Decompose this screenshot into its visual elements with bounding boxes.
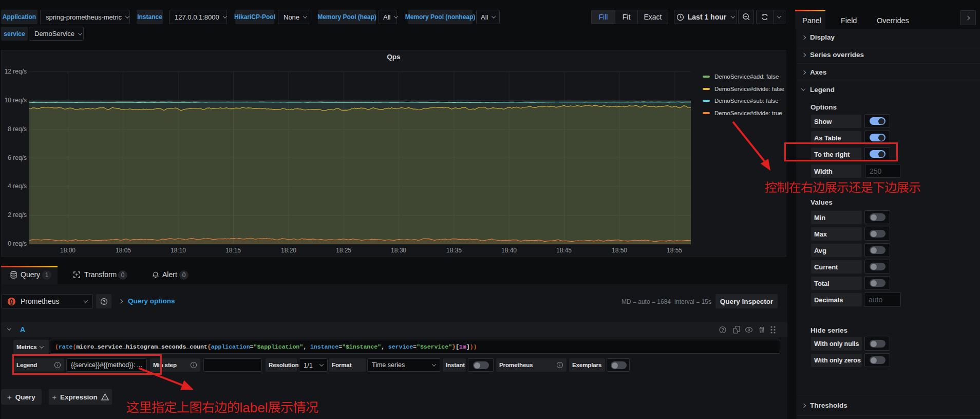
svg-text:label: label: [240, 400, 268, 415]
